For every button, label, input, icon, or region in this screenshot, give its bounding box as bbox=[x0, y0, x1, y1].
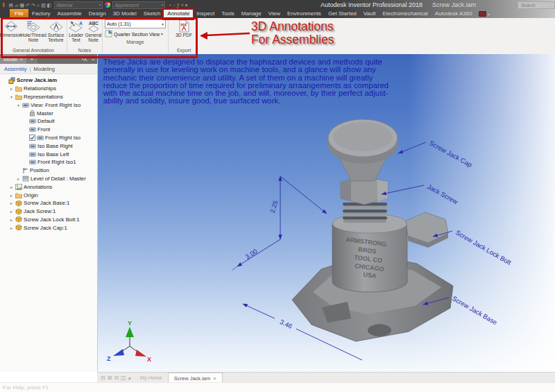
menu-tab-factory[interactable]: Factory bbox=[28, 9, 54, 19]
general-note-button[interactable]: ABC General Note bbox=[85, 19, 102, 42]
expand-icon[interactable]: ▸ bbox=[9, 201, 14, 205]
arrange-windows-icon[interactable]: ⊟ bbox=[101, 375, 105, 381]
tree-item[interactable]: Screw Jack.iam bbox=[0, 76, 97, 85]
expand-icon[interactable]: ▸ bbox=[9, 209, 14, 214]
checkbox-checked-icon[interactable] bbox=[29, 135, 35, 141]
surface-texture-button[interactable]: Surface Texture bbox=[45, 19, 67, 42]
menu-tab-tools[interactable]: Tools bbox=[218, 9, 238, 19]
redo-icon[interactable]: ↷ bbox=[31, 3, 36, 8]
more-icon[interactable]: ▾ bbox=[185, 3, 189, 8]
tree-item[interactable]: Master bbox=[0, 109, 97, 117]
search-input[interactable]: Search bbox=[518, 1, 555, 9]
menu-tab-3d-model[interactable]: 3D Model bbox=[110, 9, 140, 19]
dimension-button[interactable]: Dimension bbox=[0, 19, 22, 37]
parameters-fx-icon[interactable]: ƒ bbox=[176, 3, 180, 8]
tree-item[interactable]: Front bbox=[0, 126, 97, 134]
annotation-arrow-icon bbox=[198, 28, 251, 40]
tree-item[interactable]: ▸Screw Jack Cap:1 bbox=[0, 223, 97, 232]
tree-item[interactable]: ▾Representations bbox=[0, 93, 97, 101]
tree-item[interactable]: Iso Base Right bbox=[0, 142, 97, 150]
quarter-section-view-button[interactable]: Quarter Section View ▾ bbox=[105, 30, 166, 38]
tree-item[interactable]: ▸Origin bbox=[0, 191, 97, 199]
expand-icon[interactable]: ▸ bbox=[16, 176, 21, 181]
tree-item[interactable]: Front Right Iso bbox=[0, 134, 97, 142]
update-appearance-icon[interactable]: ◔ bbox=[167, 3, 171, 8]
hex-nut-left-facet bbox=[341, 180, 351, 201]
collapse-icon[interactable]: ▾ bbox=[9, 94, 14, 99]
menu-tab-file[interactable]: File bbox=[10, 9, 28, 19]
menu-tab-inspect[interactable]: Inspect bbox=[193, 9, 218, 19]
expand-icon[interactable]: ▸ bbox=[9, 185, 14, 189]
leader-text-button[interactable]: A Leader Text bbox=[67, 19, 85, 42]
inventor-logo-icon[interactable]: I bbox=[1, 2, 6, 8]
color-wheel-icon[interactable] bbox=[105, 2, 110, 8]
browser-mode-modeling[interactable]: Modeling bbox=[33, 66, 54, 72]
svg-text:A: A bbox=[79, 21, 83, 26]
menu-tab-annotate[interactable]: Annotate bbox=[164, 9, 193, 19]
menu-tab-design[interactable]: Design bbox=[85, 9, 110, 19]
appearance-dropdown[interactable]: Appearance▾ bbox=[112, 1, 165, 9]
hole-thread-note-button[interactable]: Hole/Thread Note bbox=[22, 19, 45, 42]
tree-item[interactable]: Position bbox=[0, 167, 97, 175]
split-windows-icon[interactable]: ◫ bbox=[121, 375, 126, 381]
expand-icon[interactable]: ▸ bbox=[9, 217, 14, 222]
stack-windows-icon[interactable]: ⊟ bbox=[114, 375, 119, 381]
open-icon[interactable]: ▱ bbox=[14, 3, 19, 8]
add-browser-tab-button[interactable]: + bbox=[26, 54, 37, 64]
render-icon[interactable]: ▧ bbox=[40, 3, 46, 8]
tree-item-label: Front bbox=[37, 126, 50, 133]
browser-mode-assembly[interactable]: Assembly bbox=[4, 66, 27, 72]
pdf-button-label: 3D PDF bbox=[176, 33, 192, 37]
menu-tab-environments[interactable]: Environments bbox=[284, 9, 325, 19]
tree-item-label: Representations bbox=[24, 94, 63, 100]
tree-item[interactable]: ▸Level of Detail : Master bbox=[0, 175, 97, 183]
undo-icon[interactable]: ↶ bbox=[25, 3, 31, 8]
capture-icon[interactable] bbox=[479, 11, 486, 17]
search-icon[interactable] bbox=[80, 54, 89, 64]
tree-item[interactable]: Iso Base Left bbox=[0, 150, 97, 158]
menu-tab-electromechanical[interactable]: Electromechanical bbox=[379, 9, 431, 19]
expand-icon[interactable]: ▸ bbox=[9, 193, 14, 198]
menu-tab-autodesk-a360[interactable]: Autodesk A360 bbox=[432, 9, 476, 19]
tree-item[interactable]: ▸Annotations bbox=[0, 182, 97, 191]
auto-scale-dropdown[interactable]: Auto (1.31)▾ bbox=[105, 19, 166, 28]
tree-item[interactable]: ▾View: Front Right Iso bbox=[0, 101, 97, 109]
view-icon bbox=[29, 126, 36, 133]
add-icon[interactable]: + bbox=[180, 3, 185, 8]
menu-tab-assemble[interactable]: Assemble bbox=[54, 9, 85, 19]
base-notch bbox=[368, 324, 391, 336]
expand-icon[interactable]: ▸ bbox=[9, 225, 14, 230]
browser-tab-label: Model bbox=[3, 56, 17, 62]
tab-my-home[interactable]: My Home bbox=[135, 373, 168, 383]
tree-item[interactable]: ▸Jack Screw:1 bbox=[0, 207, 97, 216]
save-icon[interactable]: ▦ bbox=[19, 3, 26, 8]
position-icon bbox=[22, 167, 28, 174]
tree-item[interactable]: Default bbox=[0, 117, 97, 126]
3d-pdf-button[interactable]: PDF 3D PDF bbox=[172, 19, 196, 37]
tree-item[interactable]: Front Right Iso1 bbox=[0, 158, 97, 167]
tree-item[interactable]: ▸Relationships bbox=[0, 85, 97, 93]
menu-tab-view[interactable]: View bbox=[265, 9, 284, 19]
tile-windows-icon[interactable]: ⊞ bbox=[108, 375, 112, 381]
browser-tab-model[interactable]: Model× bbox=[0, 54, 26, 64]
clear-appearance-icon[interactable]: ◌ bbox=[172, 3, 176, 8]
close-icon[interactable]: × bbox=[213, 375, 216, 382]
tree-item[interactable]: ▸Screw Jack Base:1 bbox=[0, 199, 97, 207]
tree-item-label: Master bbox=[37, 110, 53, 117]
expand-icon[interactable]: ▸ bbox=[9, 86, 14, 91]
screenshot-icon[interactable]: ◧ bbox=[46, 3, 53, 8]
menu-tab-get-started[interactable]: Get Started bbox=[325, 9, 360, 19]
material-dropdown[interactable]: Material▾ bbox=[54, 1, 103, 9]
chevron-down-icon[interactable]: ▾ bbox=[488, 12, 490, 17]
tree-item[interactable]: ▸Screw Jack Lock Bolt:1 bbox=[0, 216, 97, 224]
hamburger-menu-icon[interactable]: ≡ bbox=[89, 54, 97, 64]
menu-tab-manage[interactable]: Manage bbox=[238, 9, 265, 19]
menu-tab-vault[interactable]: Vault bbox=[360, 9, 379, 19]
collapse-tabs-icon[interactable]: ▴ bbox=[128, 375, 131, 381]
collapse-icon[interactable]: ▾ bbox=[16, 103, 21, 108]
menu-tab-sketch[interactable]: Sketch bbox=[140, 9, 164, 19]
viewport-3d[interactable]: These Jacks are designed to displace the… bbox=[98, 54, 555, 372]
new-file-icon[interactable]: ▤ bbox=[8, 3, 15, 8]
close-icon[interactable]: × bbox=[19, 56, 22, 62]
tab-screw-jack[interactable]: Screw Jack.iam × bbox=[168, 373, 223, 383]
